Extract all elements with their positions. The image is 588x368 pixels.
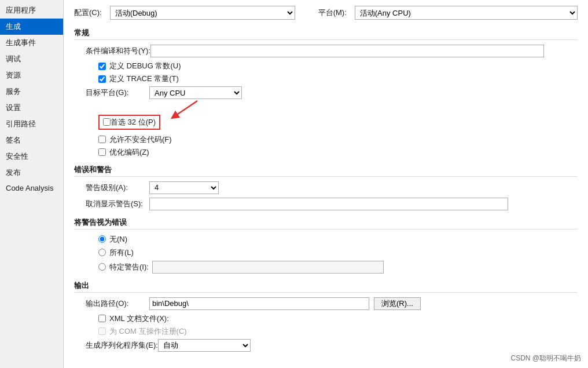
svg-line-1 [174,101,197,116]
serial-label: 生成序列化程序集(E): [86,340,158,351]
output-section-header: 输出 [74,280,578,293]
sidebar-item-security[interactable]: 安全性 [0,148,63,165]
com-reg-checkbox[interactable] [98,327,106,335]
suppress-input[interactable] [149,198,508,210]
conditional-symbols-label: 条件编译和符号(Y): [86,46,150,56]
serial-select[interactable]: 自动 [158,339,251,352]
sidebar-item-ref-paths[interactable]: 引用路径 [0,116,63,132]
sidebar-item-signing[interactable]: 签名 [0,132,63,148]
com-reg-row: 为 COM 互操作注册(C) [74,326,578,337]
conditional-symbols-row: 条件编译和符号(Y): [74,45,578,57]
all-radio-row: 所有(L) [74,247,578,258]
specific-radio[interactable] [98,263,106,271]
red-arrow-icon [168,98,203,121]
prefer32-highlight: 首选 32 位(P) [98,115,160,130]
sidebar-item-app[interactable]: 应用程序 [0,2,63,19]
sidebar-item-settings[interactable]: 设置 [0,100,63,116]
define-debug-row: 定义 DEBUG 常数(U) [74,61,578,71]
all-radio[interactable] [98,249,106,256]
optimize-label: 优化编码(Z) [109,147,149,158]
prefer32-label: 首选 32 位(P) [111,117,156,127]
specific-radio-row: 特定警告(I): [74,261,578,274]
target-platform-row: 目标平台(G): Any CPU [74,86,578,99]
sidebar-item-build-events[interactable]: 生成事件 [0,35,63,51]
treat-warnings-section-header: 将警告视为错误 [74,217,578,229]
warning-level-row: 警告级别(A): 4 [74,181,578,194]
sidebar-item-build[interactable]: 生成 [0,19,63,35]
xml-docs-checkbox[interactable] [98,315,106,322]
platform-label: 平台(M): [318,8,347,18]
define-trace-row: 定义 TRACE 常量(T) [74,74,578,84]
define-trace-checkbox[interactable] [98,75,106,83]
target-platform-label: 目标平台(G): [86,88,149,98]
allow-unsafe-row: 允许不安全代码(F) [74,134,578,145]
optimize-checkbox[interactable] [98,148,106,156]
main-content: 配置(C): 活动(Debug) 平台(M): 活动(Any CPU) 常规 条… [64,0,588,368]
output-path-label: 输出路径(O): [86,298,149,309]
errors-section-header: 错误和警告 [74,165,578,177]
xml-docs-label: XML 文档文件(X): [109,314,169,324]
warning-level-select[interactable]: 4 [149,181,219,194]
browse-button[interactable]: 浏览(R)... [374,297,421,310]
suppress-label: 取消显示警告(S): [86,199,149,209]
all-radio-label: 所有(L) [109,247,134,258]
prefer32-row: 首选 32 位(P) [74,103,578,132]
config-label: 配置(C): [74,8,102,18]
define-debug-checkbox[interactable] [98,63,106,70]
com-reg-label: 为 COM 互操作注册(C) [109,326,187,337]
platform-select[interactable]: 活动(Any CPU) [355,6,578,20]
target-platform-select[interactable]: Any CPU [149,86,242,99]
define-trace-label: 定义 TRACE 常量(T) [109,74,179,84]
warning-level-label: 警告级别(A): [86,183,149,193]
none-radio-row: 无(N) [74,234,578,245]
define-debug-label: 定义 DEBUG 常数(U) [109,61,181,71]
output-path-input[interactable] [149,297,369,310]
conditional-symbols-input[interactable] [150,45,544,57]
watermark: CSDN @聪明不喝牛奶 [510,354,581,363]
config-row: 配置(C): 活动(Debug) 平台(M): 活动(Any CPU) [74,6,578,20]
sidebar-item-publish[interactable]: 发布 [0,165,63,181]
specific-warnings-input[interactable] [152,261,384,274]
allow-unsafe-label: 允许不安全代码(F) [109,134,172,145]
specific-radio-label: 特定警告(I): [109,262,149,272]
none-radio-label: 无(N) [109,234,127,245]
sidebar-item-code-analysis[interactable]: Code Analysis [0,181,63,195]
serial-row: 生成序列化程序集(E): 自动 [74,339,578,352]
optimize-row: 优化编码(Z) [74,147,578,158]
sidebar-item-resources[interactable]: 资源 [0,67,63,83]
output-path-row: 输出路径(O): 浏览(R)... [74,297,578,310]
sidebar-item-services[interactable]: 服务 [0,83,63,100]
sidebar: 应用程序 生成 生成事件 调试 资源 服务 设置 引用路径 签名 安全性 发布 … [0,0,64,368]
suppress-warnings-row: 取消显示警告(S): [74,198,578,210]
general-section-header: 常规 [74,28,578,40]
xml-docs-row: XML 文档文件(X): [74,314,578,324]
prefer32-checkbox[interactable] [103,118,111,126]
allow-unsafe-checkbox[interactable] [98,136,106,143]
sidebar-item-debug[interactable]: 调试 [0,51,63,67]
config-select[interactable]: 活动(Debug) [110,6,295,20]
none-radio[interactable] [98,235,106,243]
